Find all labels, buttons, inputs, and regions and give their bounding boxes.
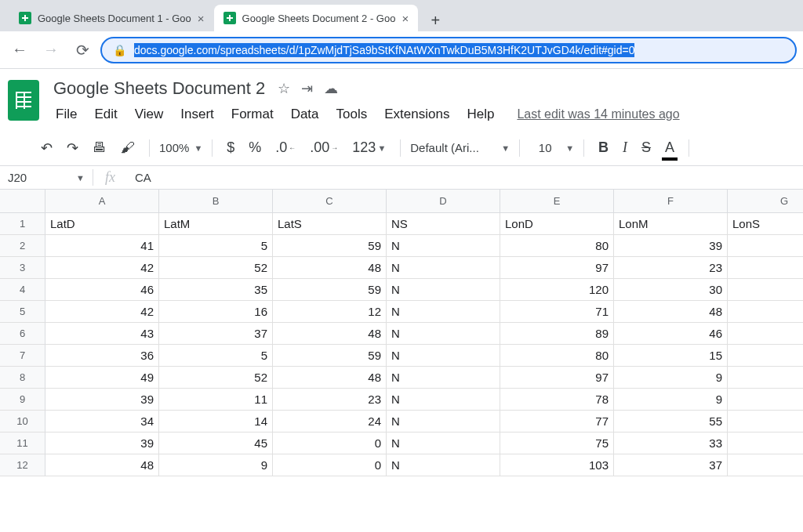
cell[interactable]: 48 — [45, 454, 159, 476]
cell[interactable]: N — [387, 345, 500, 367]
col-header-B[interactable]: B — [159, 190, 273, 213]
cell[interactable]: NS — [387, 213, 500, 235]
cell[interactable]: 15 — [614, 345, 728, 367]
row-header[interactable]: 10 — [0, 411, 45, 432]
cell[interactable]: 14 — [159, 411, 273, 432]
cell[interactable]: 37 — [614, 454, 728, 476]
cell[interactable]: 80 — [500, 235, 614, 257]
row-header[interactable]: 11 — [0, 432, 45, 454]
cell[interactable]: 48 — [273, 257, 387, 279]
cell[interactable]: 35 — [159, 279, 273, 301]
row-header[interactable]: 4 — [0, 279, 45, 301]
cell[interactable]: N — [387, 257, 500, 279]
menu-tools[interactable]: Tools — [329, 103, 375, 125]
cell[interactable]: 55 — [614, 411, 728, 432]
cell[interactable]: 89 — [500, 323, 614, 345]
sheets-logo[interactable] — [8, 80, 39, 121]
menu-help[interactable]: Help — [460, 103, 501, 125]
cell[interactable]: 97 — [500, 257, 614, 279]
cell[interactable]: 120 — [500, 279, 614, 301]
cell[interactable] — [728, 235, 803, 257]
cell[interactable] — [728, 301, 803, 323]
cell[interactable]: N — [387, 389, 500, 411]
cell[interactable]: 46 — [614, 323, 728, 345]
italic-button[interactable]: I — [618, 136, 632, 159]
cell[interactable]: 9 — [159, 454, 273, 476]
cell[interactable]: 42 — [45, 301, 159, 323]
paint-format-button[interactable]: 🖌 — [116, 136, 140, 159]
cell[interactable]: 24 — [273, 411, 387, 432]
cell[interactable]: 34 — [45, 411, 159, 432]
cell[interactable]: 97 — [500, 367, 614, 389]
col-header-D[interactable]: D — [387, 190, 500, 213]
cell[interactable]: 36 — [45, 345, 159, 367]
cell[interactable]: N — [387, 432, 500, 454]
cell[interactable]: 52 — [159, 367, 273, 389]
cell[interactable]: N — [387, 301, 500, 323]
cell[interactable]: 78 — [500, 389, 614, 411]
cell[interactable] — [728, 389, 803, 411]
cell[interactable]: 39 — [45, 389, 159, 411]
cell[interactable]: 16 — [159, 301, 273, 323]
row-header[interactable]: 6 — [0, 323, 45, 345]
star-icon[interactable]: ☆ — [278, 80, 290, 97]
back-button[interactable]: ← — [6, 37, 33, 63]
cell[interactable]: 59 — [273, 279, 387, 301]
zoom-select[interactable]: 100%▼ — [159, 141, 202, 154]
cell[interactable]: 42 — [45, 257, 159, 279]
cell[interactable]: 23 — [273, 389, 387, 411]
last-edit-link[interactable]: Last edit was 14 minutes ago — [517, 107, 679, 121]
cell[interactable] — [728, 411, 803, 432]
move-icon[interactable]: ⇥ — [301, 80, 313, 97]
doc-title[interactable]: Google Sheets Document 2 — [49, 77, 270, 100]
strikethrough-button[interactable]: S — [637, 136, 656, 159]
menu-view[interactable]: View — [128, 103, 171, 125]
menu-file[interactable]: File — [49, 103, 84, 125]
undo-button[interactable]: ↶ — [36, 136, 57, 160]
cell[interactable]: LonS — [728, 213, 803, 235]
cell[interactable]: N — [387, 323, 500, 345]
cell[interactable]: 103 — [500, 454, 614, 476]
cloud-icon[interactable]: ☁ — [324, 80, 338, 97]
cell[interactable]: LatS — [273, 213, 387, 235]
cell[interactable]: 77 — [500, 411, 614, 432]
cell[interactable]: 12 — [273, 301, 387, 323]
cell[interactable]: 0 — [273, 432, 387, 454]
cell[interactable]: 37 — [159, 323, 273, 345]
menu-edit[interactable]: Edit — [87, 103, 124, 125]
cell[interactable] — [728, 432, 803, 454]
menu-insert[interactable]: Insert — [173, 103, 221, 125]
cell[interactable]: 43 — [45, 323, 159, 345]
cell[interactable]: 49 — [45, 367, 159, 389]
cell[interactable] — [728, 323, 803, 345]
cell[interactable]: LatM — [159, 213, 273, 235]
cell[interactable]: 52 — [159, 257, 273, 279]
redo-button[interactable]: ↷ — [62, 136, 83, 160]
cell[interactable]: N — [387, 411, 500, 432]
menu-data[interactable]: Data — [284, 103, 326, 125]
cell[interactable]: 0 — [273, 454, 387, 476]
name-box[interactable]: J20▼ — [0, 171, 93, 184]
cell[interactable]: N — [387, 279, 500, 301]
col-header-C[interactable]: C — [273, 190, 387, 213]
row-header[interactable]: 8 — [0, 367, 45, 389]
cell[interactable]: N — [387, 235, 500, 257]
cell[interactable]: LonD — [500, 213, 614, 235]
cell[interactable]: LonM — [614, 213, 728, 235]
cell[interactable]: 33 — [614, 432, 728, 454]
cell[interactable]: N — [387, 454, 500, 476]
col-header-F[interactable]: F — [614, 190, 728, 213]
print-button[interactable]: 🖶 — [88, 136, 111, 159]
row-header[interactable]: 12 — [0, 454, 45, 476]
more-formats-button[interactable]: 123 ▼ — [347, 136, 391, 159]
cell[interactable]: 30 — [614, 279, 728, 301]
browser-tab-1[interactable]: Google Sheets Document 1 - Goo × — [9, 5, 214, 31]
cell[interactable]: 23 — [614, 257, 728, 279]
cell[interactable]: 11 — [159, 389, 273, 411]
cell[interactable]: 48 — [273, 323, 387, 345]
cell[interactable]: 5 — [159, 235, 273, 257]
menu-extensions[interactable]: Extensions — [377, 103, 456, 125]
reload-button[interactable]: ⟳ — [69, 37, 96, 63]
text-color-button[interactable]: A — [660, 136, 679, 159]
cell[interactable] — [728, 345, 803, 367]
